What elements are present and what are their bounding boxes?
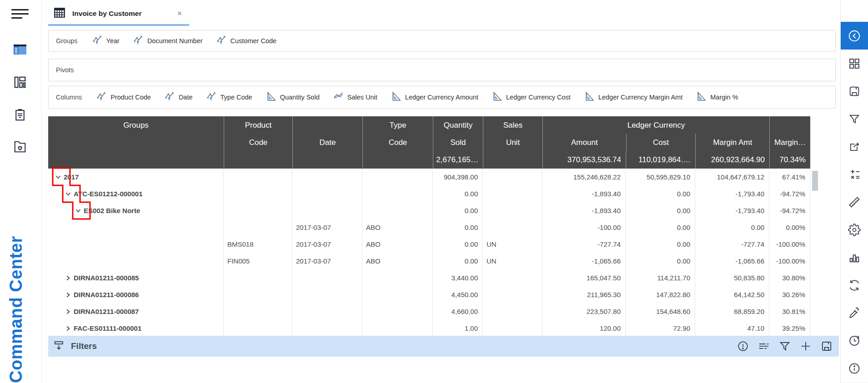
table-row[interactable]: ES002 Bike Norte0.00-1,893.400.00-1,793.… xyxy=(48,202,810,219)
cell-date xyxy=(292,303,362,320)
chip-sales-unit[interactable]: Sales Unit xyxy=(333,91,377,103)
collapse-chevron-icon[interactable] xyxy=(54,173,63,182)
alert-circle-icon[interactable] xyxy=(737,340,749,352)
cell-qty: 0.00 xyxy=(433,185,483,202)
cell-margin_pct: 30.81% xyxy=(769,303,810,320)
history-icon[interactable] xyxy=(841,327,868,355)
total-type xyxy=(362,151,433,169)
dashboard-grid-icon[interactable] xyxy=(841,50,868,78)
cell-amount: -1,065.66 xyxy=(542,253,626,269)
chip-document-number[interactable]: Document Number xyxy=(133,35,203,47)
table-row[interactable]: BMS0182017-03-07ABO0.00UN-727.740.00-727… xyxy=(48,236,810,253)
tab-close-icon[interactable]: × xyxy=(177,9,182,18)
collapse-panel-button[interactable] xyxy=(841,22,868,50)
measure-icon xyxy=(266,91,276,103)
refresh-icon[interactable] xyxy=(841,271,868,299)
cell-amount: 120.00 xyxy=(542,320,626,336)
pivots-zone: Pivots xyxy=(48,59,836,81)
line-chart-icon xyxy=(333,91,343,103)
expand-chevron-icon[interactable] xyxy=(64,324,73,333)
cell-margin_pct: -100.00% xyxy=(769,253,810,269)
table-row[interactable]: 2017904,398.00155,246,628.2250,595,829.1… xyxy=(48,169,810,185)
cell-margin_amt: 64,142.50 xyxy=(695,286,769,303)
cell-date xyxy=(292,202,362,219)
columns-zone-label: Columns xyxy=(56,94,82,101)
share-icon[interactable] xyxy=(841,133,868,161)
cell-margin_amt: 50,835.80 xyxy=(695,269,769,286)
collapse-chevron-icon[interactable] xyxy=(64,189,73,199)
save-icon[interactable] xyxy=(821,340,833,352)
cell-margin_pct: -94.72% xyxy=(769,185,810,202)
cell-product xyxy=(224,286,292,303)
cell-type xyxy=(362,169,433,185)
col-header-quantity-sold[interactable]: QuantitySold xyxy=(433,116,483,151)
cell-type: ABO xyxy=(362,219,433,236)
calculator-icon[interactable] xyxy=(841,160,868,189)
col-header-margin-amt[interactable]: Margin Amt xyxy=(695,134,769,151)
chip-quantity-sold[interactable]: Quantity Sold xyxy=(266,91,320,103)
table-row[interactable]: DIRNA01211-0000853,440.00165,047.50114,2… xyxy=(48,269,810,286)
pivots-zone-label: Pivots xyxy=(56,66,74,74)
filter-icon[interactable] xyxy=(841,105,868,133)
table-row[interactable]: FAC-ES01111-0000011.00120.0072.9047.1039… xyxy=(48,320,810,336)
group-label: DIRNA01211-000086 xyxy=(74,286,139,303)
col-header-sales-unit[interactable]: SalesUnit xyxy=(483,116,542,151)
filters-toggle[interactable]: Filters xyxy=(54,340,97,353)
expand-chevron-icon[interactable] xyxy=(64,307,73,316)
vertical-scrollbar-thumb[interactable] xyxy=(812,171,818,191)
add-icon[interactable] xyxy=(800,340,812,352)
cell-unit xyxy=(483,269,542,286)
chip-customer-code[interactable]: Customer Code xyxy=(216,35,277,47)
adjust-lines-icon[interactable] xyxy=(758,340,770,352)
hamburger-menu-icon[interactable] xyxy=(11,9,29,21)
collapse-chevron-icon[interactable] xyxy=(74,206,83,215)
chip-ledger-currency-margin-amt[interactable]: Ledger Currency Margin Amt xyxy=(584,91,682,103)
vertical-brand-title: Command Center xyxy=(6,178,26,383)
filters-label: Filters xyxy=(71,341,97,351)
bar-chart-icon[interactable] xyxy=(841,244,868,272)
tab-title: Invoice by Customer xyxy=(72,10,141,18)
favorites-folder-icon[interactable] xyxy=(12,139,28,154)
cell-date: 2017-03-07 xyxy=(292,219,362,236)
filter-down-icon xyxy=(54,340,65,353)
col-header-cost[interactable]: Cost xyxy=(626,134,696,151)
col-header-groups[interactable]: Groups xyxy=(48,116,224,151)
expand-chevron-icon[interactable] xyxy=(64,290,73,299)
cell-amount: -727.74 xyxy=(542,236,626,253)
chip-year[interactable]: Year xyxy=(92,35,120,47)
col-header-date[interactable]: Date xyxy=(292,116,362,151)
table-row[interactable]: FIN0052017-03-07ABO0.00UN-1,065.660.00-1… xyxy=(48,253,810,269)
clipboard-icon[interactable] xyxy=(12,108,28,122)
col-header-product-code[interactable]: ProductCode xyxy=(224,116,292,151)
ruler-icon[interactable] xyxy=(841,188,868,216)
layout-icon[interactable] xyxy=(12,75,28,90)
cell-unit xyxy=(483,303,542,320)
chip-ledger-currency-amount[interactable]: Ledger Currency Amount xyxy=(391,91,478,103)
chip-type-code[interactable]: Type Code xyxy=(206,91,252,103)
col-header-type-code[interactable]: TypeCode xyxy=(362,116,433,151)
table-row[interactable]: ATC-ES01212-0000010.00-1,893.400.00-1,79… xyxy=(48,185,810,202)
measure-icon xyxy=(696,91,706,103)
chip-date[interactable]: Date xyxy=(165,91,193,103)
expand-chevron-icon[interactable] xyxy=(64,274,73,283)
col-header-margin-pct[interactable]: Margin… xyxy=(769,116,810,151)
settings-gear-icon[interactable] xyxy=(841,216,868,244)
table-row[interactable]: 2017-03-07ABO0.00-100.000.000.000.00% xyxy=(48,219,810,236)
cell-cost: 0.00 xyxy=(626,236,695,253)
chip-product-code[interactable]: Product Code xyxy=(96,91,151,103)
dimension-icon xyxy=(216,35,226,47)
filter-funnel-icon[interactable] xyxy=(779,340,791,352)
cell-qty: 4,660.00 xyxy=(433,303,483,320)
tab-invoice-by-customer[interactable]: Invoice by Customer × xyxy=(48,3,189,24)
eyedropper-icon[interactable] xyxy=(841,299,868,327)
col-header-amount[interactable]: Amount xyxy=(543,134,626,151)
table-row[interactable]: DIRNA01211-0000864,450.00211,965.30147,8… xyxy=(48,286,810,303)
info-icon[interactable] xyxy=(841,354,868,383)
chip-ledger-currency-cost[interactable]: Ledger Currency Cost xyxy=(492,91,571,103)
table-header: Groups ProductCode Date TypeCode Quantit… xyxy=(48,116,810,169)
save-view-icon[interactable] xyxy=(841,77,868,105)
table-row[interactable]: DIRNA01211-0000874,660.00223,507.80154,6… xyxy=(48,303,810,320)
report-view-icon[interactable] xyxy=(12,42,28,57)
chip-margin[interactable]: Margin % xyxy=(696,91,738,103)
cell-qty: 0.00 xyxy=(433,202,483,219)
